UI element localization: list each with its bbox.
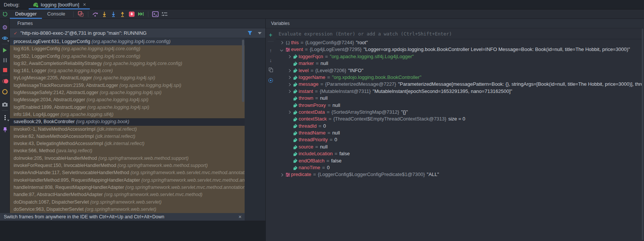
frames-row[interactable]: invokeHandlerMethod:895, RequestMappingH… [10,177,245,184]
frames-row[interactable]: invoke:566, Method (java.lang.reflect) [10,147,245,154]
variables-row[interactable]: predicate = {LoggerConfig$LoggerConfigPr… [276,171,642,178]
variables-row[interactable]: message = {ParameterizedMessage@7227} "P… [276,81,642,88]
reset-frame-icon[interactable] [127,10,136,18]
tab-console[interactable]: Console [42,9,71,19]
variable-tag-icon [293,68,298,73]
rerun-icon[interactable] [0,10,9,18]
variables-row[interactable]: contextData = {SortedArrayStringMap@7312… [276,109,642,116]
frames-row[interactable]: log:616, LoggerConfig (org.apache.loggin… [10,45,245,53]
variables-row[interactable]: instant = {MutableInstant@7311} "Mutable… [276,88,642,95]
thread-selector[interactable]: ✓ "http-nio-8080-exec-2"@6,731 in group … [10,28,265,38]
step-out-icon[interactable] [118,10,127,18]
pin-icon[interactable] [0,125,10,134]
force-step-into-icon[interactable] [109,10,118,18]
frames-row[interactable]: log:82, AwaitCompletionReliabilityStrate… [10,60,245,67]
expander-icon[interactable] [286,56,292,58]
frames-row[interactable]: logIfEnabled:1899, AbstractLogger (org.a… [10,104,245,111]
variables-row[interactable]: contextStack = {ThreadContext$EmptyThrea… [276,116,642,122]
variables-row[interactable]: level = {Level@7206} "INFO" [276,67,642,74]
variables-row[interactable]: threadPriority = 0 [276,136,642,143]
frames-row[interactable]: doDispatch:1067, DispatcherServlet (org.… [10,199,245,206]
frames-row[interactable]: saveBook:29, BookController (org.xpdojo.… [10,118,245,125]
run-to-cursor-icon[interactable] [136,10,145,18]
variables-row[interactable]: includeLocation = false [276,150,642,157]
pause-icon[interactable] [0,56,10,64]
equals-sign: = [334,150,337,157]
variables-row[interactable]: source = null [276,144,642,150]
settings-gear-icon[interactable]: ⚙ [0,23,10,32]
variables-row[interactable]: thrownProxy = null [276,102,642,109]
frames-row[interactable]: invokeAndHandle:117, ServletInvocableHan… [10,169,245,176]
expander-icon[interactable] [286,83,292,86]
frames-row[interactable]: invoke:62, NativeMethodAccessorImpl (jdk… [10,133,245,140]
evaluate-expression-icon[interactable] [151,10,160,18]
step-over-icon[interactable] [91,10,100,18]
variables-row[interactable]: event = {Log4jLogEvent@7295} "Logger=org… [276,46,642,53]
variables-row[interactable]: endOfBatch = false [276,158,642,164]
move-up-icon[interactable]: ↑ [266,46,276,54]
variables-row[interactable]: {..} this = {LoggerConfig@7244} "root" [276,39,642,46]
variables-row[interactable]: thrown = null [276,95,642,102]
frames-row[interactable]: log:161, Logger (org.apache.logging.log4… [10,67,245,74]
frames-row[interactable]: invokeForRequest:150, InvocableHandlerMe… [10,162,245,169]
variables-row[interactable]: threadId = 0 [276,123,642,130]
expander-icon[interactable] [279,42,284,44]
add-watch-icon[interactable]: + [266,31,276,39]
equals-sign: = [328,116,331,122]
variables-row[interactable]: threadName = null [276,130,642,136]
frames-row[interactable]: logMessage:2034, AbstractLogger (org.apa… [10,96,245,104]
eye-icon[interactable] [0,34,10,42]
frame-label: handleInternal:808, RequestMappingHandle… [14,185,124,190]
equals-sign: = [327,109,330,116]
evaluate-expression-input[interactable] [278,31,633,37]
frames-row[interactable]: logMessageTrackRecursion:2159, AbstractL… [10,82,245,89]
view-options-icon[interactable] [160,10,169,18]
banner-close-icon[interactable]: × [239,214,242,220]
frames-row[interactable]: log:552, LoggerConfig (org.apache.loggin… [10,53,245,60]
step-into-icon[interactable] [100,10,109,18]
variables-row[interactable]: loggerName = "org.xpdojo.logging.book.Bo… [276,74,642,81]
toolbar-separator [2,75,8,75]
watch-eye-icon[interactable] [266,77,276,84]
toolbar-separator [148,11,148,17]
expander-icon[interactable] [286,70,292,72]
frames-row[interactable]: handleInternal:808, RequestMappingHandle… [10,184,245,191]
frames-row[interactable]: processLogEvent:631, LoggerConfig (org.a… [10,38,245,45]
view-breakpoints-icon[interactable] [0,77,10,85]
stop-icon[interactable] [0,66,10,74]
mute-breakpoints-icon[interactable] [0,88,10,96]
expander-icon[interactable] [279,49,284,51]
move-down-icon[interactable]: ↓ [266,56,276,64]
tab-close-icon[interactable]: × [83,2,86,8]
variables-scrollbar[interactable] [642,28,643,240]
resume-icon[interactable] [0,46,10,54]
frames-row[interactable]: tryLogMessage:2205, AbstractLogger (org.… [10,74,245,82]
tab-debugger[interactable]: Debugger [10,9,42,19]
frames-row[interactable]: doInvoke:205, InvocableHandlerMethod (or… [10,155,245,162]
variables-row[interactable]: nanoTime = 0 [276,164,642,171]
frames-panel: Frames ✓ "http-nio-8080-exec-2"@6,731 in… [10,19,265,221]
thread-dropdown-chevron-icon[interactable] [258,32,262,34]
thread-dump-camera-icon[interactable] [0,100,10,108]
frames-row[interactable]: info:184, Log4jLogger (org.apache.loggin… [10,111,245,118]
run-tab[interactable]: logging [bootRun] × [29,0,90,9]
duplicate-icon[interactable] [266,66,276,74]
variables-row[interactable]: marker = null [276,60,642,67]
more-options-icon[interactable] [0,113,10,122]
expander-icon[interactable] [286,90,292,93]
frames-row[interactable]: doService:963, DispatcherServlet (org.sp… [10,206,245,213]
expander-icon[interactable] [279,174,284,176]
expander-icon[interactable] [286,76,292,79]
frames-scrollbar[interactable] [242,40,244,102]
expander-icon[interactable] [286,111,292,113]
frames-row[interactable]: invoke:43, DelegatingMethodAccessorImpl … [10,140,245,147]
variable-name: message [299,81,319,88]
filter-threads-icon[interactable] [247,31,253,36]
variables-row[interactable]: loggerFqcn = "org.apache.logging.slf4j.L… [276,53,642,60]
frame-package: (jdk.internal.reflect) [97,127,137,132]
frames-row[interactable]: handle:87, AbstractHandlerMethodAdapter … [10,191,245,198]
equals-sign: = [325,53,328,60]
frames-row[interactable]: logMessageSafely:2142, AbstractLogger (o… [10,89,245,96]
frames-row[interactable]: invoke0:-1, NativeMethodAccessorImpl (jd… [10,126,245,133]
layout-settings-icon[interactable] [76,10,85,18]
